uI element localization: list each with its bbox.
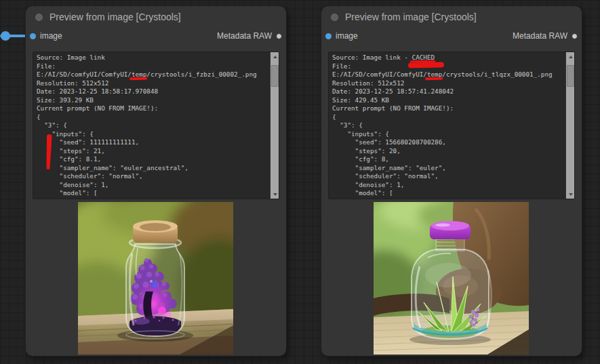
output-port-metadata[interactable]: Metadata RAW (513, 31, 578, 41)
scrollbar[interactable] (270, 52, 279, 199)
node-title-bar[interactable]: Preview from image [Crystools] (26, 6, 286, 28)
metadata-text: Source: Image link - CACHED File: E:/AI/… (329, 52, 574, 199)
link-reroute-dot[interactable] (1, 31, 10, 41)
scrollbar[interactable] (565, 52, 574, 199)
input-dot-icon[interactable] (325, 33, 332, 39)
input-dot-icon[interactable] (30, 33, 36, 39)
input-label: image (336, 31, 358, 41)
scroll-up-icon[interactable] (566, 52, 575, 61)
scrollbar-thumb[interactable] (567, 65, 574, 87)
metadata-text: Source: Image link File: E:/AI/SD/comfyU… (33, 52, 279, 199)
io-row: image Metadata RAW (321, 32, 582, 40)
input-label: image (40, 31, 62, 41)
scroll-down-icon[interactable] (271, 190, 279, 199)
output-dot-icon[interactable] (572, 33, 578, 39)
output-label: Metadata RAW (217, 31, 272, 41)
preview-image-jar-green-plant (374, 202, 529, 355)
scroll-down-icon[interactable] (566, 190, 575, 199)
preview-node-right[interactable]: Preview from image [Crystools] image Met… (321, 6, 582, 356)
collapse-dot-icon[interactable] (35, 14, 43, 21)
collapse-dot-icon[interactable] (331, 14, 338, 21)
output-dot-icon[interactable] (276, 33, 282, 39)
node-graph-canvas[interactable]: Preview from image [Crystools] image Met… (0, 0, 600, 364)
input-port-image[interactable]: image (30, 31, 62, 41)
io-row: image Metadata RAW (26, 32, 286, 40)
scroll-up-icon[interactable] (271, 52, 279, 61)
node-title: Preview from image [Crystools] (345, 12, 477, 22)
input-port-image[interactable]: image (325, 31, 358, 41)
preview-node-left[interactable]: Preview from image [Crystools] image Met… (26, 6, 286, 356)
node-title-bar[interactable]: Preview from image [Crystools] (321, 6, 582, 28)
metadata-text-widget[interactable]: Source: Image link - CACHED File: E:/AI/… (328, 52, 575, 199)
output-label: Metadata RAW (513, 31, 567, 41)
output-port-metadata[interactable]: Metadata RAW (217, 31, 282, 41)
metadata-text-widget[interactable]: Source: Image link File: E:/AI/SD/comfyU… (33, 52, 279, 199)
scrollbar-thumb[interactable] (271, 65, 279, 87)
node-title: Preview from image [Crystools] (49, 12, 181, 22)
preview-image-jar-purple-crystal (78, 202, 233, 355)
